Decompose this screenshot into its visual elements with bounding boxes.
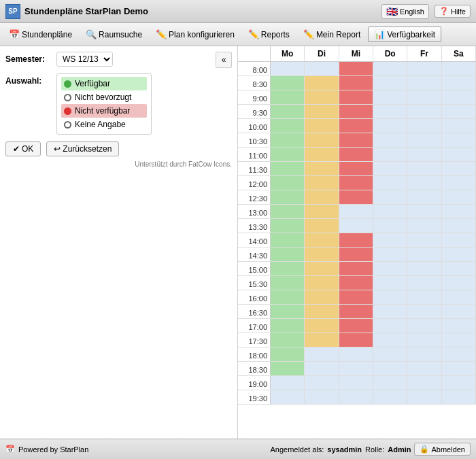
grid-cell[interactable] bbox=[373, 362, 407, 375]
grid-cell[interactable] bbox=[407, 290, 441, 304]
grid-cell[interactable] bbox=[339, 347, 373, 361]
grid-cell[interactable] bbox=[305, 233, 339, 247]
semester-select[interactable]: WS 12/13 bbox=[56, 52, 113, 67]
grid-cell[interactable] bbox=[442, 262, 476, 275]
grid-cell[interactable] bbox=[407, 276, 441, 290]
nav-item-reports[interactable]: ✏️Reports bbox=[242, 27, 296, 42]
nav-item-verfugbarkeit[interactable]: 📊Verfügbarkeit bbox=[368, 27, 441, 42]
grid-cell[interactable] bbox=[271, 362, 305, 375]
grid-cell[interactable] bbox=[271, 233, 305, 247]
grid-cell[interactable] bbox=[373, 133, 407, 147]
grid-cell[interactable] bbox=[271, 219, 305, 233]
grid-cell[interactable] bbox=[407, 219, 441, 233]
grid-cell[interactable] bbox=[442, 347, 476, 361]
grid-cell[interactable] bbox=[373, 290, 407, 304]
grid-cell[interactable] bbox=[339, 233, 373, 247]
grid-cell[interactable] bbox=[305, 305, 339, 318]
grid-cell[interactable] bbox=[305, 376, 339, 390]
grid-cell[interactable] bbox=[305, 362, 339, 375]
grid-cell[interactable] bbox=[442, 62, 476, 75]
help-button[interactable]: ❓ Hilfe bbox=[435, 5, 471, 18]
grid-cell[interactable] bbox=[407, 90, 441, 104]
grid-cell[interactable] bbox=[407, 148, 441, 161]
grid-cell[interactable] bbox=[271, 290, 305, 304]
grid-cell[interactable] bbox=[407, 333, 441, 347]
grid-cell[interactable] bbox=[271, 276, 305, 290]
grid-cell[interactable] bbox=[373, 205, 407, 218]
grid-cell[interactable] bbox=[305, 162, 339, 175]
grid-cell[interactable] bbox=[373, 233, 407, 247]
grid-cell[interactable] bbox=[407, 305, 441, 318]
grid-cell[interactable] bbox=[339, 248, 373, 261]
reset-button[interactable]: ↩ Zurücksetzen bbox=[46, 141, 119, 156]
nav-item-raumsuche[interactable]: 🔍Raumsuche bbox=[80, 27, 148, 42]
grid-cell[interactable] bbox=[271, 376, 305, 390]
grid-cell[interactable] bbox=[305, 119, 339, 133]
grid-cell[interactable] bbox=[339, 148, 373, 161]
grid-cell[interactable] bbox=[271, 305, 305, 318]
grid-cell[interactable] bbox=[305, 62, 339, 75]
grid-cell[interactable] bbox=[271, 248, 305, 261]
grid-cell[interactable] bbox=[271, 390, 305, 404]
grid-cell[interactable] bbox=[271, 105, 305, 118]
nav-item-stundenplane[interactable]: 📅Stundenpläne bbox=[3, 27, 78, 42]
grid-cell[interactable] bbox=[373, 305, 407, 318]
grid-cell[interactable] bbox=[442, 119, 476, 133]
grid-cell[interactable] bbox=[339, 276, 373, 290]
grid-cell[interactable] bbox=[373, 176, 407, 190]
grid-cell[interactable] bbox=[407, 162, 441, 175]
grid-cell[interactable] bbox=[407, 319, 441, 333]
collapse-button[interactable]: « bbox=[216, 52, 232, 68]
grid-cell[interactable] bbox=[271, 262, 305, 275]
grid-cell[interactable] bbox=[305, 148, 339, 161]
grid-cell[interactable] bbox=[271, 176, 305, 190]
grid-cell[interactable] bbox=[305, 319, 339, 333]
grid-cell[interactable] bbox=[373, 248, 407, 261]
grid-cell[interactable] bbox=[271, 190, 305, 204]
grid-cell[interactable] bbox=[442, 362, 476, 375]
grid-cell[interactable] bbox=[407, 390, 441, 404]
grid-cell[interactable] bbox=[271, 62, 305, 75]
grid-cell[interactable] bbox=[442, 162, 476, 175]
grid-cell[interactable] bbox=[339, 262, 373, 275]
grid-cell[interactable] bbox=[271, 205, 305, 218]
grid-cell[interactable] bbox=[373, 90, 407, 104]
grid-cell[interactable] bbox=[442, 90, 476, 104]
radio-option-verfugbar[interactable]: Verfügbar bbox=[61, 77, 147, 90]
grid-cell[interactable] bbox=[442, 176, 476, 190]
grid-cell[interactable] bbox=[407, 376, 441, 390]
grid-cell[interactable] bbox=[339, 119, 373, 133]
grid-cell[interactable] bbox=[373, 262, 407, 275]
grid-cell[interactable] bbox=[339, 362, 373, 375]
grid-cell[interactable] bbox=[339, 219, 373, 233]
grid-cell[interactable] bbox=[407, 62, 441, 75]
grid-cell[interactable] bbox=[407, 205, 441, 218]
grid-cell[interactable] bbox=[373, 62, 407, 75]
grid-cell[interactable] bbox=[339, 176, 373, 190]
grid-cell[interactable] bbox=[373, 105, 407, 118]
grid-cell[interactable] bbox=[373, 148, 407, 161]
grid-cell[interactable] bbox=[407, 262, 441, 275]
nav-item-plan-konfigurieren[interactable]: ✏️Plan konfigurieren bbox=[150, 27, 241, 42]
grid-cell[interactable] bbox=[442, 305, 476, 318]
grid-cell[interactable] bbox=[305, 262, 339, 275]
grid-cell[interactable] bbox=[373, 76, 407, 90]
ok-button[interactable]: ✔ OK bbox=[5, 141, 41, 156]
grid-cell[interactable] bbox=[373, 219, 407, 233]
grid-cell[interactable] bbox=[442, 133, 476, 147]
abmelden-button[interactable]: 🔒 Abmelden bbox=[414, 443, 471, 456]
grid-cell[interactable] bbox=[339, 62, 373, 75]
grid-cell[interactable] bbox=[442, 390, 476, 404]
grid-cell[interactable] bbox=[339, 90, 373, 104]
grid-cell[interactable] bbox=[339, 105, 373, 118]
grid-cell[interactable] bbox=[271, 133, 305, 147]
grid-cell[interactable] bbox=[373, 333, 407, 347]
grid-cell[interactable] bbox=[442, 190, 476, 204]
grid-cell[interactable] bbox=[271, 148, 305, 161]
grid-cell[interactable] bbox=[339, 390, 373, 404]
grid-cell[interactable] bbox=[373, 390, 407, 404]
radio-option-nicht-bevorzugt[interactable]: Nicht bevorzugt bbox=[61, 90, 147, 104]
grid-cell[interactable] bbox=[271, 319, 305, 333]
grid-cell[interactable] bbox=[339, 319, 373, 333]
grid-cell[interactable] bbox=[442, 233, 476, 247]
